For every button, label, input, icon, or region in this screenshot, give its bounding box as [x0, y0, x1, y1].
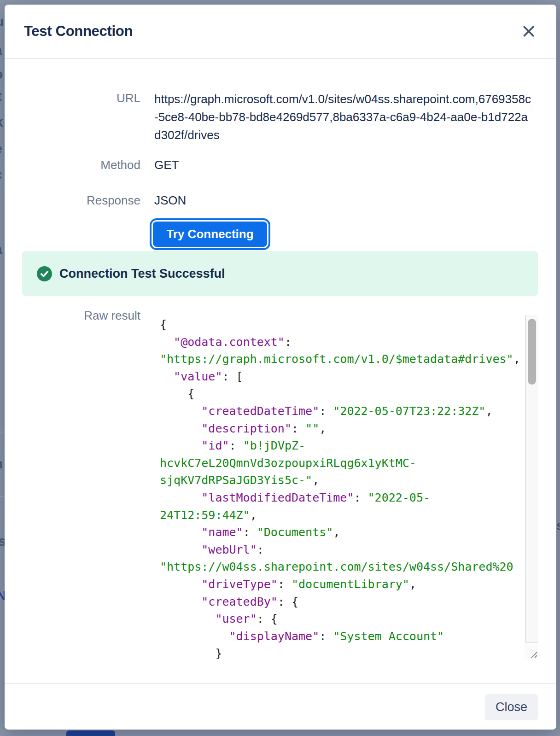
backdrop-text-fragment: a — [0, 241, 2, 257]
backdrop-button-fragment — [66, 730, 115, 736]
backdrop-text-fragment: s — [556, 518, 560, 533]
code-line: "user": { — [160, 610, 524, 628]
code-line: "webUrl": — [160, 541, 524, 559]
scrollbar-thumb[interactable] — [528, 319, 536, 385]
backdrop-text-fragment: n — [0, 456, 3, 472]
code-line: "description": "", — [160, 420, 524, 438]
dialog-title: Test Connection — [24, 23, 133, 40]
raw-result-label: Raw result — [5, 309, 140, 323]
method-label: Method — [5, 158, 140, 172]
raw-result-textarea[interactable]: { "@odata.context":"https://graph.micros… — [154, 311, 538, 659]
backdrop-text-fragment: u — [0, 14, 4, 29]
code-line: "id": "b!jDVpZ- — [160, 437, 524, 455]
response-value: JSON — [154, 193, 186, 208]
method-value: GET — [154, 158, 179, 172]
code-line: { — [160, 316, 524, 333]
test-connection-dialog: Test Connection URL https://graph.micros… — [5, 5, 556, 730]
code-line: 24T12:59:44Z", — [160, 507, 524, 524]
backdrop-divider-fragment — [0, 496, 5, 497]
code-line: "driveType": "documentLibrary", — [160, 576, 524, 593]
code-line: sjqKV7dRPSaJGD3Yis5c-", — [160, 472, 524, 489]
check-circle-icon — [37, 266, 52, 281]
code-line: } — [160, 645, 524, 659]
success-banner-text: Connection Test Successful — [59, 267, 225, 281]
url-value: https://graph.microsoft.com/v1.0/sites/w… — [154, 90, 531, 144]
backdrop-text-fragment: c — [0, 167, 2, 182]
backdrop-divider-fragment — [0, 432, 5, 432]
raw-result-code: { "@odata.context":"https://graph.micros… — [160, 316, 524, 659]
code-line: "value": [ — [160, 368, 524, 386]
code-line: "https://w04ss.sharepoint.com/sites/w04s… — [160, 558, 524, 576]
resize-handle-icon[interactable] — [525, 644, 538, 659]
close-icon[interactable] — [518, 20, 540, 42]
success-banner: Connection Test Successful — [22, 251, 538, 296]
backdrop-text-fragment: e — [0, 141, 2, 157]
code-line: "displayName": "System Account" — [160, 628, 524, 645]
code-line: "createdDateTime": "2022-05-07T23:22:32Z… — [160, 403, 524, 420]
code-line: "createdBy": { — [160, 593, 524, 611]
backdrop-text-fragment: a — [0, 42, 2, 58]
x-icon — [522, 24, 536, 38]
dialog-header: Test Connection — [5, 5, 556, 59]
close-button[interactable]: Close — [485, 694, 538, 720]
code-line: "https://graph.microsoft.com/v1.0/$metad… — [160, 350, 524, 368]
code-line: "name": "Documents", — [160, 524, 524, 541]
scrollbar-track[interactable] — [525, 315, 538, 643]
response-label: Response — [5, 193, 140, 208]
code-line: "lastModifiedDateTime": "2022-05- — [160, 489, 524, 507]
code-line: { — [160, 385, 524, 403]
code-line: hcvkC7eL20QmnVd3ozpoupxiRLqg6x1yKtMC- — [160, 455, 524, 472]
backdrop-text-fragment: o — [0, 66, 3, 82]
url-label: URL — [5, 91, 140, 105]
footer-divider — [5, 683, 556, 684]
try-connecting-button[interactable]: Try Connecting — [153, 222, 267, 247]
backdrop-text-fragment: t — [0, 88, 2, 104]
code-line: "@odata.context": — [160, 333, 524, 351]
backdrop-text-fragment: k — [0, 114, 3, 130]
